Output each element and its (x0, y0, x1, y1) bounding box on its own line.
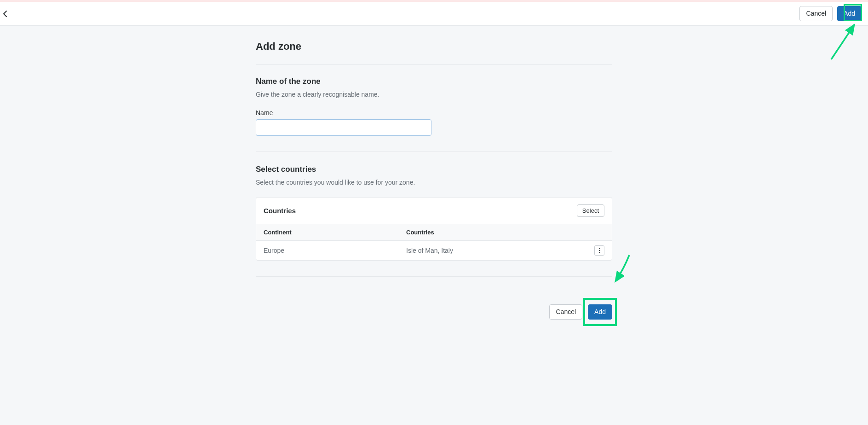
countries-table-header: Continent Countries (256, 224, 612, 241)
svg-point-2 (599, 252, 600, 253)
name-section-description: Give the zone a clearly recognisable nam… (256, 91, 612, 98)
countries-card-header: Countries Select (256, 198, 612, 224)
add-button-header[interactable]: Add (837, 6, 862, 21)
countries-section: Select countries Select the countries yo… (256, 165, 612, 277)
annotation-arrow-bottom (610, 253, 633, 287)
countries-card-title: Countries (264, 207, 296, 215)
page-title: Add zone (256, 41, 612, 65)
name-section: Name of the zone Give the zone a clearly… (256, 77, 612, 152)
footer-actions: Cancel Add (256, 290, 612, 320)
add-button-footer[interactable]: Add (588, 304, 612, 320)
svg-point-0 (599, 248, 600, 249)
back-button[interactable] (0, 9, 10, 19)
column-continent: Continent (264, 229, 406, 236)
cancel-button-header[interactable]: Cancel (799, 6, 833, 21)
cell-countries: Isle of Man, Italy (406, 247, 591, 254)
countries-section-description: Select the countries you would like to u… (256, 179, 612, 186)
kebab-icon (599, 248, 600, 253)
countries-card: Countries Select Continent Countries Eur… (256, 197, 612, 261)
chevron-left-icon (3, 10, 7, 17)
select-countries-button[interactable]: Select (577, 204, 604, 217)
page-header: Cancel Add (0, 2, 868, 26)
cancel-button-footer[interactable]: Cancel (549, 304, 582, 320)
countries-section-title: Select countries (256, 165, 612, 174)
name-field-label: Name (256, 109, 612, 116)
main-content: Add zone Name of the zone Give the zone … (256, 26, 612, 340)
column-action (591, 229, 604, 236)
header-actions: Cancel Add (799, 6, 862, 21)
column-countries: Countries (406, 229, 591, 236)
cell-continent: Europe (264, 247, 406, 254)
name-section-title: Name of the zone (256, 77, 612, 86)
name-input[interactable] (256, 119, 431, 136)
annotation-arrow-top (828, 20, 860, 62)
table-row: Europe Isle of Man, Italy (256, 241, 612, 260)
row-actions-button[interactable] (594, 245, 604, 256)
svg-point-1 (599, 250, 600, 251)
